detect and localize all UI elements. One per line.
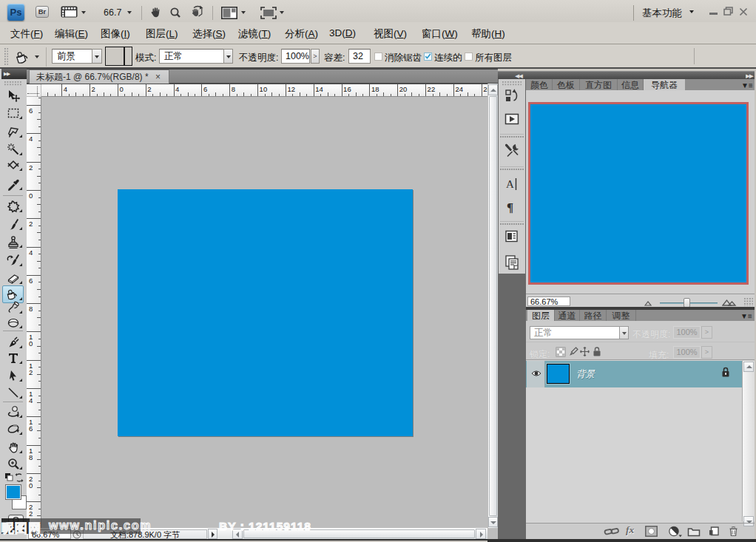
svg-text:¶: ¶ xyxy=(507,200,513,214)
svg-text:A: A xyxy=(506,178,514,190)
